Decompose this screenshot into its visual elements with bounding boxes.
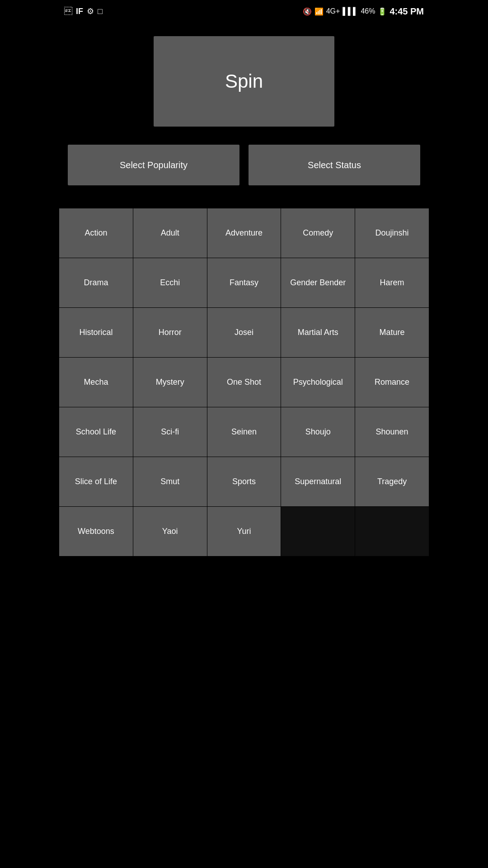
network-type: 4G+ [326,7,340,15]
app-icon-f2: □ [98,7,103,16]
wifi-icon: 📶 [314,7,324,16]
genre-cell-empty-33 [281,507,355,557]
genre-cell-slice-of-life[interactable]: Slice of Life [59,457,133,507]
genre-cell-school-life[interactable]: School Life [59,407,133,457]
genre-cell-harem[interactable]: Harem [355,258,429,308]
genre-cell-doujinshi[interactable]: Doujinshi [355,208,429,258]
genre-cell-mature[interactable]: Mature [355,308,429,358]
genre-cell-josei[interactable]: Josei [207,308,282,358]
genre-cell-ecchi[interactable]: Ecchi [133,258,207,308]
genre-cell-mecha[interactable]: Mecha [59,358,133,407]
signal-bars: ▌▌▌ [343,7,358,15]
select-status-button[interactable]: Select Status [249,145,420,185]
genre-cell-smut[interactable]: Smut [133,457,207,507]
clock: 4:45 PM [389,6,424,17]
genre-grid: ActionAdultAdventureComedyDoujinshiDrama… [59,208,429,557]
genre-cell-sci-fi[interactable]: Sci-fi [133,407,207,457]
select-popularity-button[interactable]: Select Popularity [68,145,239,185]
status-bar:  IF ⚙ □ 🔇 📶 4G+ ▌▌▌ 46% 🔋 4:45 PM [59,0,429,23]
genre-cell-tragedy[interactable]: Tragedy [355,457,429,507]
genre-cell-horror[interactable]: Horror [133,308,207,358]
genre-cell-martial-arts[interactable]: Martial Arts [281,308,355,358]
genre-cell-webtoons[interactable]: Webtoons [59,507,133,557]
genre-cell-gender-bender[interactable]: Gender Bender [281,258,355,308]
battery-percent: 46% [361,7,375,15]
battery-icon: 🔋 [378,7,387,16]
filter-container: Select Popularity Select Status [59,136,429,194]
genre-cell-adventure[interactable]: Adventure [207,208,282,258]
facebook-icon:  [64,7,72,16]
genre-cell-sports[interactable]: Sports [207,457,282,507]
genre-cell-fantasy[interactable]: Fantasy [207,258,282,308]
genre-cell-adult[interactable]: Adult [133,208,207,258]
genre-cell-shoujo[interactable]: Shoujo [281,407,355,457]
genre-cell-mystery[interactable]: Mystery [133,358,207,407]
genre-cell-one-shot[interactable]: One Shot [207,358,282,407]
spin-container: Spin [59,23,429,136]
genre-cell-seinen[interactable]: Seinen [207,407,282,457]
app-icon-if: IF [76,7,83,16]
genre-cell-yuri[interactable]: Yuri [207,507,282,557]
genre-cell-yaoi[interactable]: Yaoi [133,507,207,557]
genre-cell-psychological[interactable]: Psychological [281,358,355,407]
genre-cell-romance[interactable]: Romance [355,358,429,407]
genre-cell-empty-34 [355,507,429,557]
genre-cell-supernatural[interactable]: Supernatural [281,457,355,507]
genre-cell-comedy[interactable]: Comedy [281,208,355,258]
tune-icon: ⚙ [87,6,94,16]
spin-button[interactable]: Spin [154,36,334,127]
genre-cell-historical[interactable]: Historical [59,308,133,358]
genre-cell-drama[interactable]: Drama [59,258,133,308]
mute-icon: 🔇 [303,7,312,16]
genre-cell-action[interactable]: Action [59,208,133,258]
genre-cell-shounen[interactable]: Shounen [355,407,429,457]
